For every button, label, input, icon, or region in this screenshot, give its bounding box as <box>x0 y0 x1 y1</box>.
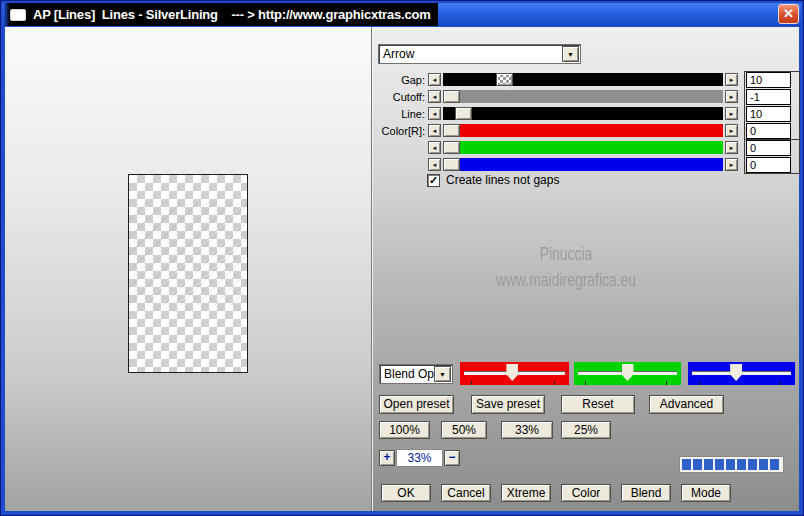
slider-row-gap: Gap: ◂ ▸ 10 <box>373 73 799 87</box>
slider-left-arrow-icon[interactable]: ◂ <box>428 124 441 137</box>
mode-button[interactable]: Mode <box>681 484 731 502</box>
zoom-100-button[interactable]: 100% <box>379 421 430 439</box>
chevron-down-icon[interactable]: ▼ <box>434 366 451 382</box>
save-preset-button[interactable]: Save preset <box>471 395 545 414</box>
progress-segment <box>770 459 779 470</box>
slider-right-arrow-icon[interactable]: ▸ <box>725 90 738 103</box>
progress-segment <box>737 459 746 470</box>
window-icon <box>10 9 26 21</box>
red-channel-slider[interactable] <box>460 362 569 385</box>
slider-left-arrow-icon[interactable]: ◂ <box>428 90 441 103</box>
plugin-dialog-window: AP [Lines] Lines - SilverLining --- > ht… <box>0 0 804 516</box>
slider-row-cutoff: Cutoff: ◂ ▸ -1 <box>373 90 799 104</box>
transparency-preview[interactable] <box>128 174 248 373</box>
faint-lines-overlay <box>129 203 247 305</box>
shape-dropdown-value: Arrow <box>379 47 562 61</box>
checkbox[interactable]: ✓ <box>427 174 440 187</box>
slider-track[interactable] <box>443 73 723 86</box>
slider-label: Gap: <box>373 74 425 86</box>
slider-right-arrow-icon[interactable]: ▸ <box>725 107 738 120</box>
slider-row-color-g: ◂ ▸ 0 <box>373 141 799 155</box>
slider-left-arrow-icon[interactable]: ◂ <box>428 141 441 154</box>
slider-label: Color[R]: <box>373 125 425 137</box>
close-button[interactable]: ✕ <box>778 4 799 24</box>
slider-thumb[interactable] <box>443 124 460 137</box>
blend-thumb[interactable] <box>730 364 742 381</box>
slider-row-line: Line: ◂ ▸ 10 <box>373 107 799 121</box>
title-band: AP [Lines] Lines - SilverLining --- > ht… <box>4 3 438 26</box>
watermark-line1: Pinuccia <box>468 242 665 268</box>
slider-value-input[interactable]: -1 <box>746 89 791 105</box>
slider-track[interactable] <box>443 124 723 137</box>
slider-thumb[interactable] <box>443 90 460 103</box>
preview-panel[interactable] <box>5 27 371 511</box>
watermark: Pinuccia www.maidiregrafica.eu <box>468 242 665 293</box>
checkbox-label: Create lines not gaps <box>446 173 559 187</box>
slider-row-color-b: ◂ ▸ 0 <box>373 158 799 172</box>
blend-button[interactable]: Blend <box>621 484 671 502</box>
slider-value-input[interactable]: 10 <box>746 106 791 122</box>
slider-left-arrow-icon[interactable]: ◂ <box>428 158 441 171</box>
reset-button[interactable]: Reset <box>561 395 635 414</box>
slider-right-arrow-icon[interactable]: ▸ <box>725 158 738 171</box>
chevron-down-icon[interactable]: ▼ <box>562 46 579 62</box>
slider-track[interactable] <box>443 107 723 120</box>
progress-segment <box>682 459 691 470</box>
dialog-content: Arrow ▼ Gap: ◂ ▸ 10 Cutoff: ◂ ▸ -1 <box>5 27 799 511</box>
slider-left-arrow-icon[interactable]: ◂ <box>428 73 441 86</box>
create-lines-checkbox[interactable]: ✓ Create lines not gaps <box>427 173 559 187</box>
zoom-33-button[interactable]: 33% <box>501 421 553 439</box>
slider-value-input[interactable]: 0 <box>746 157 791 173</box>
slider-track[interactable] <box>443 141 723 154</box>
slider-label: Line: <box>373 108 425 120</box>
zoom-decrease-button[interactable]: − <box>444 450 460 466</box>
slider-track[interactable] <box>443 158 723 171</box>
shape-dropdown[interactable]: Arrow ▼ <box>378 44 581 64</box>
progress-segment <box>726 459 735 470</box>
slider-right-arrow-icon[interactable]: ▸ <box>725 124 738 137</box>
title-bar: AP [Lines] Lines - SilverLining --- > ht… <box>3 3 801 26</box>
blue-channel-slider[interactable] <box>688 362 795 385</box>
controls-panel: Arrow ▼ Gap: ◂ ▸ 10 Cutoff: ◂ ▸ -1 <box>373 27 799 511</box>
blend-options-dropdown[interactable]: Blend Opti ▼ <box>379 364 453 384</box>
blend-thumb[interactable] <box>622 364 634 381</box>
close-icon: ✕ <box>783 6 794 21</box>
watermark-line2: www.maidiregrafica.eu <box>468 268 665 294</box>
check-icon: ✓ <box>429 174 438 186</box>
zoom-increase-button[interactable]: + <box>379 450 395 466</box>
slider-label: Cutoff: <box>373 91 425 103</box>
slider-thumb[interactable] <box>443 141 460 154</box>
slider-track[interactable] <box>443 90 723 103</box>
color-button[interactable]: Color <box>561 484 611 502</box>
window-title: AP [Lines] Lines - SilverLining --- > ht… <box>33 7 431 22</box>
slider-value-input[interactable]: 10 <box>746 72 791 88</box>
blend-thumb[interactable] <box>506 364 518 381</box>
slider-right-arrow-icon[interactable]: ▸ <box>725 73 738 86</box>
progress-segment <box>715 459 724 470</box>
advanced-button[interactable]: Advanced <box>649 395 724 414</box>
slider-value-input[interactable]: 0 <box>746 140 791 156</box>
progress-segment <box>693 459 702 470</box>
cancel-button[interactable]: Cancel <box>441 484 491 502</box>
zoom-50-button[interactable]: 50% <box>441 421 487 439</box>
zoom-25-button[interactable]: 25% <box>561 421 611 439</box>
blend-dropdown-value: Blend Opti <box>380 367 434 381</box>
xtreme-button[interactable]: Xtreme <box>501 484 551 502</box>
progress-segment <box>704 459 713 470</box>
slider-left-arrow-icon[interactable]: ◂ <box>428 107 441 120</box>
ok-button[interactable]: OK <box>381 484 431 502</box>
slider-value-input[interactable]: 0 <box>746 123 791 139</box>
progress-segment <box>748 459 757 470</box>
progress-segment <box>759 459 768 470</box>
slider-thumb[interactable] <box>496 73 513 86</box>
slider-thumb[interactable] <box>455 107 472 120</box>
progress-bar <box>679 456 784 473</box>
open-preset-button[interactable]: Open preset <box>379 395 454 414</box>
zoom-value-field[interactable]: 33% <box>396 449 443 467</box>
slider-thumb[interactable] <box>443 158 460 171</box>
green-channel-slider[interactable] <box>574 362 681 385</box>
slider-row-color-r: Color[R]: ◂ ▸ 0 <box>373 124 799 138</box>
slider-right-arrow-icon[interactable]: ▸ <box>725 141 738 154</box>
